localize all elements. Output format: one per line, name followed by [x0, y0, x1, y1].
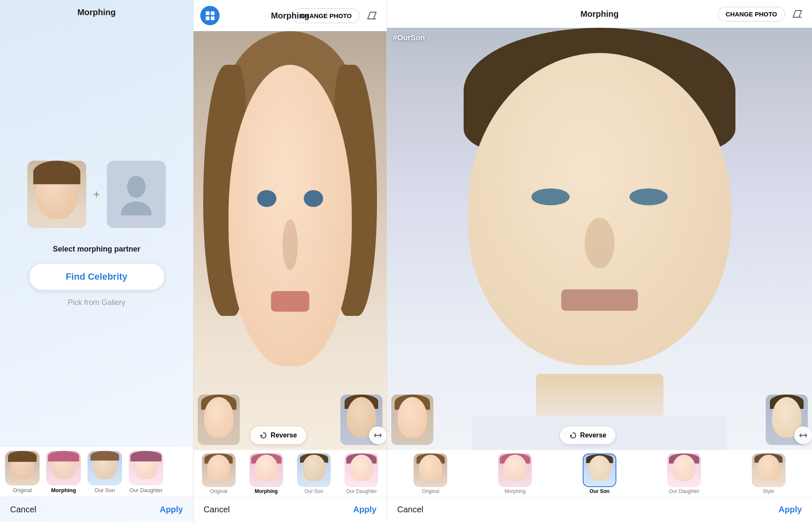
panel3-tab-style-label: Style [763, 488, 774, 494]
panel-3-footer: Cancel Apply [387, 497, 812, 522]
panel2-tab-our-daughter-thumb [345, 453, 378, 487]
panel2-tab-morphing-thumb [249, 453, 283, 487]
face-photo-1[interactable] [27, 161, 86, 228]
panel-2-bottom-controls: Reverse [194, 427, 387, 444]
panel-3-reverse-icon [569, 432, 577, 439]
panel3-tab-original-thumb [414, 453, 447, 487]
tab-original-thumb [5, 451, 40, 485]
panel2-tab-our-son-label: Our Son [305, 488, 324, 494]
panel3-tab-morphing-label: Morphing [504, 488, 525, 494]
panel3-tab-original-label: Original [422, 488, 439, 494]
panel-3-bottom-controls: Reverse [387, 427, 812, 444]
panel2-tab-our-son[interactable]: Our Son [292, 453, 337, 494]
panel-1-apply-button[interactable]: Apply [159, 505, 183, 514]
panel-3-expand-icon [799, 432, 807, 438]
panel2-tab-original[interactable]: Original [196, 453, 241, 494]
tab-morphing-thumb [46, 451, 81, 485]
panel-1-header: Morphing [0, 0, 193, 21]
tab-our-son-label: Our Son [95, 487, 115, 493]
panel3-tab-our-son-label: Our Son [589, 488, 609, 494]
panel2-tab-original-label: Original [210, 488, 227, 494]
hashtag-overlay: #OurSon [393, 34, 425, 42]
grid-icon [206, 11, 215, 20]
svg-point-0 [127, 176, 146, 198]
panel-2-header: Morphing CHANGE PHOTO [194, 0, 387, 31]
panel-1-cancel-button[interactable]: Cancel [10, 505, 36, 514]
eraser-svg [366, 10, 378, 21]
eraser-icon[interactable] [364, 8, 380, 24]
svg-marker-6 [793, 11, 801, 17]
panel-2-footer: Cancel Apply [194, 497, 387, 522]
panel-3-eraser-icon[interactable] [789, 6, 805, 22]
panel-3-title: Morphing [580, 9, 618, 19]
tab-our-daughter[interactable]: Our Daughter [127, 451, 165, 493]
face-pair-row: + [27, 161, 165, 228]
panel2-tab-our-daughter-label: Our Daughter [346, 488, 377, 494]
select-morphing-label: Select morphing partner [53, 245, 140, 254]
panel-3-reverse-label: Reverse [580, 432, 606, 439]
tab-our-son-thumb [88, 451, 122, 485]
panel-2-cancel-button[interactable]: Cancel [204, 505, 230, 514]
panel3-tab-morphing[interactable]: Morphing [474, 453, 556, 494]
panel3-tab-our-daughter-label: Our Daughter [669, 488, 699, 494]
silhouette-icon [119, 173, 153, 215]
panel3-tab-our-son[interactable]: Our Son [559, 453, 641, 494]
panel-2-expand-button[interactable] [369, 427, 387, 444]
pick-from-gallery-button[interactable]: Pick from Gallery [68, 298, 125, 307]
tab-morphing[interactable]: Morphing [45, 451, 82, 493]
expand-icon [374, 432, 382, 438]
tab-morphing-label: Morphing [51, 487, 76, 493]
panel-3-reverse-button[interactable]: Reverse [560, 427, 616, 444]
panel-3-main-image: #OurSon Reverse [387, 28, 812, 450]
grid-icon-button[interactable] [200, 6, 220, 25]
panel-2-tabs: Original Morphing Our Son Our Daughter [194, 450, 387, 497]
panel3-tab-our-daughter[interactable]: Our Daughter [643, 453, 725, 494]
face-placeholder-2[interactable] [107, 161, 166, 228]
panel-1-content: + Select morphing partner Find Celebrity… [0, 21, 193, 446]
panel-3-eraser-svg [791, 8, 803, 20]
panel2-tab-morphing[interactable]: Morphing [244, 453, 289, 494]
panel-3: Morphing CHANGE PHOTO [387, 0, 812, 522]
panel2-tab-original-thumb [202, 453, 236, 487]
tab-original[interactable]: Original [3, 451, 41, 493]
panel-1-title: Morphing [77, 8, 116, 17]
panel2-tab-morphing-label: Morphing [255, 488, 278, 494]
tab-our-daughter-thumb [129, 451, 163, 485]
panel-2-reverse-button[interactable]: Reverse [250, 427, 306, 444]
panel2-tab-our-daughter[interactable]: Our Daughter [339, 453, 384, 494]
svg-marker-2 [368, 12, 376, 19]
tab-our-daughter-label: Our Daughter [130, 487, 163, 493]
panel-1-footer: Cancel Apply [0, 497, 193, 522]
panel3-tab-our-son-thumb [583, 453, 616, 487]
panel2-tab-our-son-thumb [297, 453, 331, 487]
panel-3-tabs: Original Morphing Our Son Our Daughter [387, 450, 812, 497]
panel3-tab-style-thumb [752, 453, 785, 487]
panel-1-tabs: Original Morphing Our Son [0, 446, 193, 497]
panel3-tab-morphing-thumb [498, 453, 532, 487]
panel-3-apply-button[interactable]: Apply [778, 505, 802, 514]
panel3-tab-our-daughter-thumb [667, 453, 701, 487]
reverse-label: Reverse [271, 432, 297, 439]
panel-2-main-image: Reverse [194, 31, 387, 450]
panel-3-change-photo-button[interactable]: CHANGE PHOTO [718, 7, 785, 21]
tab-original-label: Original [13, 487, 32, 493]
panel-3-cancel-button[interactable]: Cancel [397, 505, 423, 514]
panel3-tab-original[interactable]: Original [390, 453, 472, 494]
panel-2-apply-button[interactable]: Apply [353, 505, 377, 514]
plus-icon: + [93, 188, 100, 201]
reverse-icon [260, 432, 267, 439]
svg-point-1 [121, 201, 151, 215]
find-celebrity-button[interactable]: Find Celebrity [29, 264, 164, 290]
panel-2-title: Morphing [271, 11, 309, 21]
panel-1: Morphing + Select morphing partner [0, 0, 194, 522]
panel3-tab-style[interactable]: Style [727, 453, 809, 494]
tab-our-son[interactable]: Our Son [86, 451, 124, 493]
panel-3-header: Morphing CHANGE PHOTO [387, 0, 812, 28]
panel-3-expand-button[interactable] [794, 427, 812, 444]
panel-2: Morphing CHANGE PHOTO [194, 0, 387, 522]
